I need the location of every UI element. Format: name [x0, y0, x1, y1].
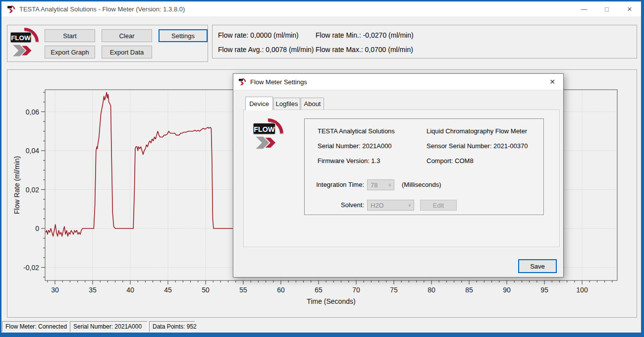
- svg-text:30: 30: [51, 286, 59, 294]
- serial-number-label: Serial Number: 2021A000: [318, 142, 392, 150]
- svg-text:50: 50: [202, 286, 210, 294]
- clear-button[interactable]: Clear: [102, 29, 152, 42]
- close-button[interactable]: ✕: [618, 1, 641, 16]
- integration-time-units: (Milliseconds): [402, 181, 441, 188]
- tab-about[interactable]: About: [301, 98, 324, 110]
- maximize-button[interactable]: □: [595, 1, 618, 16]
- settings-button[interactable]: Settings: [159, 29, 208, 42]
- svg-text:65: 65: [315, 286, 322, 294]
- window-border-left: [0, 0, 1, 337]
- svg-text:Time (Seconds): Time (Seconds): [307, 297, 355, 305]
- start-button[interactable]: Start: [45, 29, 95, 42]
- save-button[interactable]: Save: [518, 259, 557, 273]
- svg-text:40: 40: [126, 286, 134, 294]
- settings-dialog: Flow Meter Settings ✕ Device Logfiles Ab…: [233, 73, 564, 278]
- dialog-title-bar: Flow Meter Settings ✕: [233, 74, 563, 90]
- svg-text:70: 70: [352, 286, 360, 294]
- export-graph-button[interactable]: Export Graph: [45, 46, 95, 58]
- window-border-right: [641, 0, 644, 337]
- svg-text:100: 100: [576, 286, 588, 294]
- svg-text:0: 0: [35, 225, 39, 232]
- svg-text:45: 45: [164, 286, 172, 294]
- edit-solvent-button[interactable]: Edit: [420, 200, 457, 211]
- svg-text:0,02: 0,02: [26, 186, 39, 194]
- comport-label: Comport: COM8: [427, 157, 474, 165]
- integration-time-value: 78: [371, 181, 377, 189]
- flow-rate-avg-readout: Flow rate Avg.: 0,0078 (ml/min): [218, 46, 314, 54]
- svg-text:60: 60: [277, 286, 285, 294]
- dialog-app-icon: [238, 78, 246, 86]
- svg-text:85: 85: [465, 286, 473, 294]
- svg-text:35: 35: [89, 286, 97, 294]
- dialog-flow-logo: FLOW: [253, 118, 285, 151]
- dialog-title: Flow Meter Settings: [250, 78, 307, 86]
- solvent-value: H2O: [371, 202, 384, 209]
- integration-time-select[interactable]: 78 ∨: [367, 179, 394, 190]
- status-serial-number: Serial Number: 2021A000: [70, 321, 148, 332]
- sensor-serial-number-label: Sensor Serial Number: 2021-00370: [427, 142, 528, 150]
- product-label: Liquid Chromatography Flow Meter: [427, 127, 527, 135]
- chevron-down-icon: ∨: [408, 203, 411, 208]
- solvent-label: Solvent:: [305, 201, 364, 209]
- integration-time-label: Integration Time:: [305, 181, 364, 188]
- tab-device[interactable]: Device: [245, 97, 273, 110]
- device-info-groupbox: TESTA Analytical Solutions Liquid Chroma…: [304, 118, 544, 215]
- flow-logo: FLOW: [10, 28, 41, 58]
- flow-rate-readout: Flow rate: 0,0000 (ml/min): [218, 31, 299, 39]
- window-border-bottom: [0, 333, 644, 337]
- svg-text:FLOW: FLOW: [254, 125, 275, 133]
- minimize-button[interactable]: —: [573, 1, 595, 16]
- tab-logfiles[interactable]: Logfiles: [273, 98, 300, 110]
- svg-text:90: 90: [503, 286, 511, 294]
- svg-text:55: 55: [239, 286, 247, 294]
- svg-text:-0,02: -0,02: [23, 264, 39, 272]
- status-connection: Flow Meter: Connected: [2, 321, 68, 332]
- export-data-button[interactable]: Export Data: [102, 46, 152, 58]
- device-tab-page: FLOW TESTA Analytical Solutions Liquid C…: [243, 110, 560, 247]
- svg-text:0,04: 0,04: [26, 147, 39, 155]
- chevron-down-icon: ∨: [388, 182, 391, 187]
- svg-text:Flow Rate (ml/min): Flow Rate (ml/min): [13, 156, 21, 214]
- flow-rate-max-readout: Flow rate Max.: 0,0700 (ml/min): [316, 46, 413, 54]
- window-controls: — □ ✕: [573, 1, 641, 16]
- solvent-select[interactable]: H2O ∨: [367, 200, 414, 211]
- svg-text:95: 95: [540, 286, 548, 294]
- flow-rate-min-readout: Flow rate Min.: -0,0270 (ml/min): [316, 31, 414, 39]
- window-border-top: [0, 0, 644, 1]
- vendor-label: TESTA Analytical Solutions: [318, 127, 395, 135]
- svg-text:FLOW: FLOW: [11, 34, 31, 42]
- svg-text:75: 75: [390, 286, 398, 294]
- firmware-version-label: Firmware Version: 1.3: [318, 157, 380, 165]
- dialog-close-button[interactable]: ✕: [541, 74, 563, 90]
- window-title: TESTA Analytical Solutions - Flow Meter …: [19, 5, 185, 13]
- app-logo-icon: [7, 5, 15, 13]
- svg-text:0,06: 0,06: [26, 108, 39, 116]
- status-data-points: Data Points: 952: [149, 321, 195, 332]
- title-bar: TESTA Analytical Solutions - Flow Meter …: [1, 1, 641, 16]
- svg-text:80: 80: [428, 286, 435, 294]
